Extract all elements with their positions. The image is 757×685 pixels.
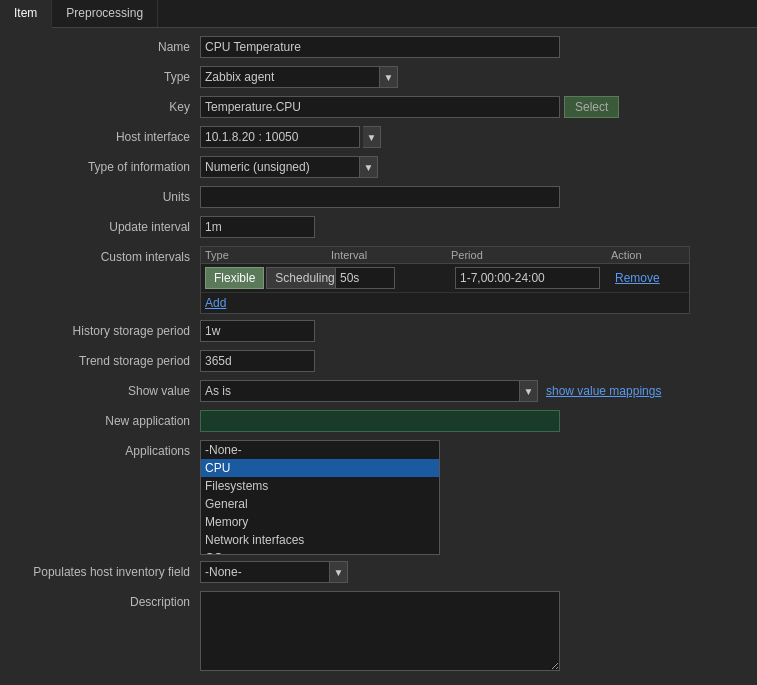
name-input[interactable] bbox=[200, 36, 560, 58]
control-description bbox=[200, 591, 757, 671]
control-units bbox=[200, 186, 757, 208]
app-item-general[interactable]: General bbox=[201, 495, 439, 513]
host-interface-wrap: ▼ bbox=[200, 126, 381, 148]
label-custom-intervals: Custom intervals bbox=[0, 246, 200, 264]
flexible-btn[interactable]: Flexible bbox=[205, 267, 264, 289]
label-show-value: Show value bbox=[0, 380, 200, 398]
applications-list[interactable]: -None- CPU Filesystems General Memory Ne… bbox=[200, 440, 440, 555]
units-input[interactable] bbox=[200, 186, 560, 208]
trend-storage-input[interactable] bbox=[200, 350, 315, 372]
populates-input[interactable] bbox=[200, 561, 330, 583]
type-info-input[interactable] bbox=[200, 156, 360, 178]
app-item-os[interactable]: OS bbox=[201, 549, 439, 555]
label-new-application: New application bbox=[0, 410, 200, 428]
col-header-action: Action bbox=[611, 249, 689, 261]
description-textarea[interactable] bbox=[200, 591, 560, 671]
col-header-period: Period bbox=[451, 249, 611, 261]
label-type: Type bbox=[0, 66, 200, 84]
show-value-input[interactable] bbox=[200, 380, 520, 402]
show-value-mappings-link[interactable]: show value mappings bbox=[546, 384, 661, 398]
label-applications: Applications bbox=[0, 440, 200, 458]
tab-bar: Item Preprocessing bbox=[0, 0, 757, 28]
applications-list-container: -None- CPU Filesystems General Memory Ne… bbox=[200, 440, 440, 555]
row-name: Name bbox=[0, 36, 757, 60]
show-value-dropdown-wrap: ▼ bbox=[200, 380, 538, 402]
col-header-type: Type bbox=[201, 249, 331, 261]
key-input[interactable] bbox=[200, 96, 560, 118]
interval-row-1: Flexible Scheduling Remove bbox=[201, 264, 689, 293]
interval-period-input[interactable] bbox=[455, 267, 600, 289]
control-populates: ▼ bbox=[200, 561, 757, 583]
type-input[interactable] bbox=[200, 66, 380, 88]
control-show-value: ▼ show value mappings bbox=[200, 380, 757, 402]
label-type-info: Type of information bbox=[0, 156, 200, 174]
label-history-storage: History storage period bbox=[0, 320, 200, 338]
app-item-memory[interactable]: Memory bbox=[201, 513, 439, 531]
label-description: Description bbox=[0, 591, 200, 609]
control-applications: -None- CPU Filesystems General Memory Ne… bbox=[200, 440, 757, 555]
control-name bbox=[200, 36, 757, 58]
label-update-interval: Update interval bbox=[0, 216, 200, 234]
type-info-dropdown-wrap: ▼ bbox=[200, 156, 378, 178]
tab-item[interactable]: Item bbox=[0, 0, 52, 28]
populates-arrow[interactable]: ▼ bbox=[330, 561, 348, 583]
control-type: ▼ bbox=[200, 66, 757, 88]
interval-value-input[interactable] bbox=[335, 267, 395, 289]
control-update-interval bbox=[200, 216, 757, 238]
control-history-storage bbox=[200, 320, 757, 342]
show-value-arrow[interactable]: ▼ bbox=[520, 380, 538, 402]
type-info-arrow[interactable]: ▼ bbox=[360, 156, 378, 178]
row-description: Description bbox=[0, 591, 757, 671]
control-new-application bbox=[200, 410, 757, 432]
intervals-footer: Add bbox=[201, 293, 689, 313]
type-dropdown-wrap: ▼ bbox=[200, 66, 398, 88]
host-interface-input[interactable] bbox=[200, 126, 360, 148]
label-units: Units bbox=[0, 186, 200, 204]
row-custom-intervals: Custom intervals Type Interval Period Ac… bbox=[0, 246, 757, 314]
row-applications: Applications -None- CPU Filesystems Gene… bbox=[0, 440, 757, 555]
control-key: Select bbox=[200, 96, 757, 118]
col-header-interval: Interval bbox=[331, 249, 451, 261]
row-host-interface: Host interface ▼ bbox=[0, 126, 757, 150]
history-storage-input[interactable] bbox=[200, 320, 315, 342]
row-update-interval: Update interval bbox=[0, 216, 757, 240]
control-host-interface: ▼ bbox=[200, 126, 757, 148]
app-item-cpu[interactable]: CPU bbox=[201, 459, 439, 477]
row-populates: Populates host inventory field ▼ bbox=[0, 561, 757, 585]
row-key: Key Select bbox=[0, 96, 757, 120]
row-type-info: Type of information ▼ bbox=[0, 156, 757, 180]
row-history-storage: History storage period bbox=[0, 320, 757, 344]
tab-preprocessing[interactable]: Preprocessing bbox=[52, 0, 158, 27]
scheduling-btn[interactable]: Scheduling bbox=[266, 267, 343, 289]
row-type: Type ▼ bbox=[0, 66, 757, 90]
app-item-network-interfaces[interactable]: Network interfaces bbox=[201, 531, 439, 549]
row-show-value: Show value ▼ show value mappings bbox=[0, 380, 757, 404]
control-custom-intervals: Type Interval Period Action Flexible Sch… bbox=[200, 246, 757, 314]
interval-value-col bbox=[335, 267, 455, 289]
row-units: Units bbox=[0, 186, 757, 210]
host-interface-arrow[interactable]: ▼ bbox=[363, 126, 381, 148]
control-trend-storage bbox=[200, 350, 757, 372]
app-item-none[interactable]: -None- bbox=[201, 441, 439, 459]
label-populates: Populates host inventory field bbox=[0, 561, 200, 579]
add-link[interactable]: Add bbox=[205, 296, 226, 310]
select-button[interactable]: Select bbox=[564, 96, 619, 118]
label-host-interface: Host interface bbox=[0, 126, 200, 144]
row-new-application: New application bbox=[0, 410, 757, 434]
update-interval-input[interactable] bbox=[200, 216, 315, 238]
show-value-wrapper: ▼ show value mappings bbox=[200, 380, 661, 402]
row-trend-storage: Trend storage period bbox=[0, 350, 757, 374]
app-item-filesystems[interactable]: Filesystems bbox=[201, 477, 439, 495]
label-trend-storage: Trend storage period bbox=[0, 350, 200, 368]
populates-dropdown-wrap: ▼ bbox=[200, 561, 348, 583]
remove-link[interactable]: Remove bbox=[615, 271, 660, 285]
interval-type-col: Flexible Scheduling bbox=[205, 267, 335, 289]
new-application-input[interactable] bbox=[200, 410, 560, 432]
interval-action-col: Remove bbox=[615, 271, 685, 285]
interval-period-col bbox=[455, 267, 615, 289]
intervals-container: Type Interval Period Action Flexible Sch… bbox=[200, 246, 690, 314]
intervals-header: Type Interval Period Action bbox=[201, 247, 689, 264]
type-dropdown-arrow[interactable]: ▼ bbox=[380, 66, 398, 88]
label-key: Key bbox=[0, 96, 200, 114]
control-type-info: ▼ bbox=[200, 156, 757, 178]
